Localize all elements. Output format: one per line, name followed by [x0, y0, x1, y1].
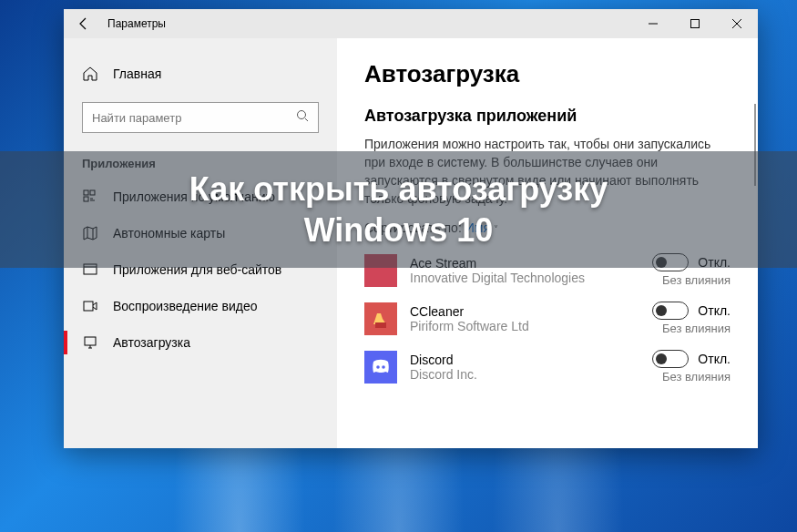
toggle-switch[interactable] [652, 302, 689, 320]
sidebar-item-default-apps[interactable]: Приложения по умолчанию [64, 179, 337, 214]
startup-icon [82, 334, 98, 351]
svg-point-2 [298, 111, 306, 119]
scrollbar[interactable] [754, 104, 756, 186]
app-name: Discord [410, 353, 639, 367]
close-button[interactable] [716, 9, 758, 38]
sort-label: Сортировать по: [364, 220, 462, 235]
app-publisher: Discord Inc. [410, 367, 639, 382]
toggle-state: Откл. [698, 303, 731, 318]
toggle-state: Откл. [698, 255, 731, 270]
app-row: Ace Stream Innovative Digital Technologi… [364, 246, 731, 294]
app-name: CCleaner [410, 304, 639, 319]
sidebar-item-startup[interactable]: Автозагрузка [64, 325, 337, 360]
app-icon-discord [364, 351, 397, 384]
page-heading: Автозагрузка [364, 60, 731, 88]
page-subheading: Автозагрузка приложений [364, 107, 731, 126]
sort-value: Имя [465, 220, 490, 235]
maximize-button[interactable] [674, 9, 716, 38]
app-impact: Без влияния [652, 370, 731, 384]
toggle-switch[interactable] [652, 253, 689, 271]
app-icon-ccleaner [364, 302, 397, 335]
window-title: Параметры [107, 17, 166, 30]
video-icon [82, 298, 98, 314]
app-impact: Без влияния [652, 322, 731, 335]
settings-window: Параметры Главная [64, 9, 758, 448]
svg-rect-5 [90, 190, 95, 195]
app-impact: Без влияния [652, 273, 731, 287]
sidebar-item-apps-for-websites[interactable]: Приложения для веб-сайтов [64, 252, 337, 287]
app-publisher: Innovative Digital Technologies [410, 271, 639, 285]
app-row: CCleaner Piriform Software Ltd Откл. Без… [364, 294, 731, 343]
sidebar-item-label: Автономные карты [113, 226, 225, 240]
svg-rect-13 [375, 322, 386, 328]
sidebar-item-label: Автозагрузка [113, 335, 190, 350]
svg-point-15 [382, 365, 385, 369]
svg-rect-7 [84, 264, 97, 274]
app-icon-acestream [364, 254, 397, 287]
search-icon [296, 109, 309, 126]
minimize-button[interactable] [632, 9, 674, 38]
sidebar-item-offline-maps[interactable]: Автономные карты [64, 216, 337, 251]
svg-rect-9 [84, 302, 93, 311]
sidebar-item-label: Приложения для веб-сайтов [113, 262, 281, 277]
svg-rect-6 [84, 197, 88, 201]
svg-line-3 [305, 118, 308, 121]
sidebar-item-label: Воспроизведение видео [113, 299, 257, 313]
svg-rect-10 [85, 337, 96, 345]
svg-point-14 [376, 365, 380, 369]
page-description: Приложения можно настроить так, чтобы он… [364, 135, 729, 208]
app-name: Ace Stream [410, 256, 639, 271]
main-panel: Автозагрузка Автозагрузка приложений При… [337, 38, 758, 448]
toggle-switch[interactable] [652, 350, 689, 368]
sidebar-item-video-playback[interactable]: Воспроизведение видео [64, 289, 337, 323]
sort-row[interactable]: Сортировать по: Имя ˅ [364, 220, 731, 235]
titlebar: Параметры [64, 9, 758, 38]
maps-icon [82, 225, 98, 241]
home-icon [82, 66, 98, 82]
svg-rect-1 [691, 20, 700, 28]
sidebar: Главная Приложения Приложения по умолчан… [64, 38, 337, 448]
back-button[interactable] [64, 9, 104, 38]
app-publisher: Piriform Software Ltd [410, 319, 639, 333]
sidebar-home[interactable]: Главная [64, 56, 337, 91]
app-row: Discord Discord Inc. Откл. Без влияния [364, 343, 731, 391]
search-box[interactable] [82, 102, 319, 133]
sidebar-section-header: Приложения [64, 144, 337, 178]
search-input[interactable] [92, 111, 296, 125]
sidebar-item-label: Приложения по умолчанию [113, 189, 275, 204]
chevron-down-icon: ˅ [494, 224, 498, 234]
svg-rect-4 [84, 190, 88, 195]
toggle-state: Откл. [698, 352, 731, 366]
sidebar-home-label: Главная [113, 66, 161, 81]
web-apps-icon [82, 261, 98, 278]
default-apps-icon [82, 189, 98, 205]
